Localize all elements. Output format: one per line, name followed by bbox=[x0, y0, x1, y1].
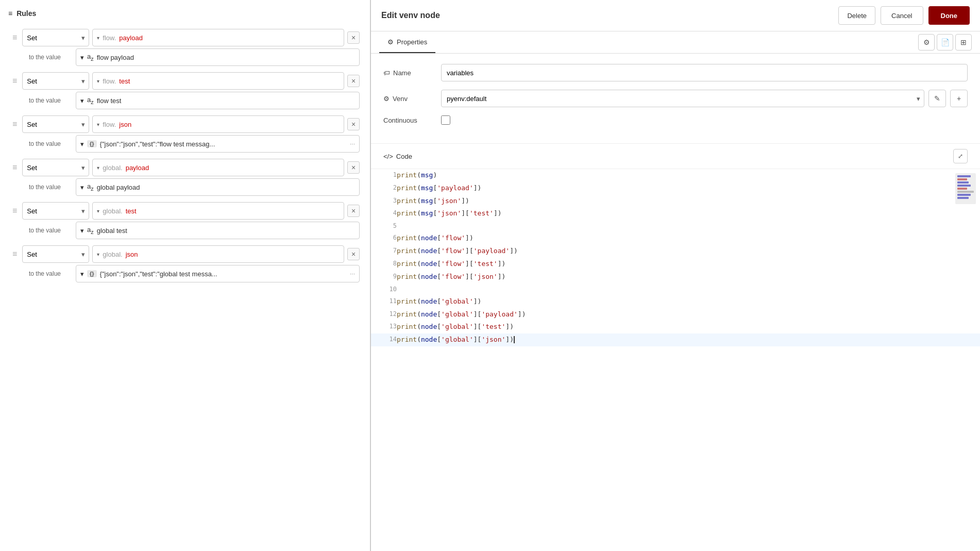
venv-select-wrapper: pyenv:default bbox=[441, 90, 924, 107]
code-header: </> Code ⤢ bbox=[371, 144, 980, 169]
value-arrow-4: ▾ bbox=[80, 183, 84, 191]
done-button[interactable]: Done bbox=[928, 6, 970, 25]
line-number: 5 bbox=[371, 220, 397, 232]
delete-rule-btn-2[interactable]: × bbox=[347, 75, 360, 87]
code-line-row: 2print(msg['payload']) bbox=[371, 182, 980, 195]
value-row-5: to the value▾azglobal test bbox=[29, 222, 360, 239]
line-number: 10 bbox=[371, 283, 397, 295]
json-badge-3: {} bbox=[87, 140, 97, 147]
delete-rule-btn-6[interactable]: × bbox=[347, 248, 360, 260]
rule-row-1: ≡Set▾flow.payload× bbox=[10, 29, 360, 46]
code-line-row: 7print(node['flow']['payload']) bbox=[371, 245, 980, 258]
prop-field-1[interactable]: ▾flow.payload bbox=[92, 29, 344, 46]
drag-handle-2[interactable]: ≡ bbox=[10, 75, 19, 87]
cancel-button[interactable]: Cancel bbox=[881, 6, 923, 25]
venv-add-button[interactable]: + bbox=[950, 90, 968, 107]
value-row-6: to the value▾{}{"json":"json","test":"gl… bbox=[29, 265, 360, 282]
name-row: 🏷 Name bbox=[383, 64, 968, 81]
action-select-wrapper-4: Set bbox=[22, 159, 89, 176]
code-line-row: 4print(msg['json']['test']) bbox=[371, 207, 980, 220]
value-field-2[interactable]: ▾azflow test bbox=[76, 92, 360, 109]
name-input[interactable] bbox=[441, 64, 968, 81]
prop-field-4[interactable]: ▾global.payload bbox=[92, 159, 344, 176]
code-line-row: 10 bbox=[371, 283, 980, 295]
properties-area: 🏷 Name ⚙ Venv pyenv:default ✎ + bbox=[371, 54, 980, 144]
action-select-6[interactable]: Set bbox=[22, 245, 89, 263]
rule-row-5: ≡Set▾global.test× bbox=[10, 202, 360, 220]
value-field-1[interactable]: ▾azflow payload bbox=[76, 48, 360, 66]
value-field-5[interactable]: ▾azglobal test bbox=[76, 222, 360, 239]
action-select-3[interactable]: Set bbox=[22, 115, 89, 133]
properties-tab-label: Properties bbox=[397, 38, 427, 46]
drag-handle-4[interactable]: ≡ bbox=[10, 161, 19, 174]
delete-button[interactable]: Delete bbox=[838, 6, 875, 25]
ellipsis-btn-3[interactable]: ··· bbox=[350, 140, 355, 147]
prop-arrow-4: ▾ bbox=[97, 165, 99, 171]
delete-rule-btn-5[interactable]: × bbox=[347, 205, 360, 217]
venv-wrapper: pyenv:default ✎ + bbox=[441, 90, 968, 107]
action-select-wrapper-3: Set bbox=[22, 115, 89, 133]
line-number: 11 bbox=[371, 295, 397, 308]
drag-handle-3[interactable]: ≡ bbox=[10, 118, 19, 130]
prop-scope-4: global. bbox=[103, 164, 122, 172]
delete-rule-btn-3[interactable]: × bbox=[347, 118, 360, 130]
venv-edit-button[interactable]: ✎ bbox=[928, 90, 946, 107]
drag-handle-6[interactable]: ≡ bbox=[10, 248, 19, 260]
code-editor[interactable]: 1print(msg)2print(msg['payload'])3print(… bbox=[371, 169, 980, 551]
value-field-4[interactable]: ▾azglobal payload bbox=[76, 178, 360, 196]
code-content: print(node['global']['payload']) bbox=[397, 308, 980, 321]
value-text-1: flow payload bbox=[97, 54, 355, 61]
line-number: 7 bbox=[371, 245, 397, 258]
expand-code-button[interactable]: ⤢ bbox=[953, 149, 968, 163]
value-text-2: flow test bbox=[97, 97, 355, 105]
settings-icon-btn[interactable]: ⚙ bbox=[918, 34, 935, 51]
prop-arrow-3: ▾ bbox=[97, 122, 99, 127]
value-text-6: {"json":"json","test":"global test messa… bbox=[100, 270, 347, 278]
grid-icon-btn[interactable]: ⊞ bbox=[955, 34, 972, 51]
venv-select[interactable]: pyenv:default bbox=[441, 90, 924, 107]
action-select-1[interactable]: Set bbox=[22, 29, 89, 46]
prop-field-5[interactable]: ▾global.test bbox=[92, 202, 344, 220]
rules-body: ≡Set▾flow.payload×to the value▾azflow pa… bbox=[0, 24, 370, 288]
value-text-4: global payload bbox=[97, 183, 355, 191]
panel-title: Rules bbox=[16, 9, 36, 18]
rule-row-4: ≡Set▾global.payload× bbox=[10, 159, 360, 176]
delete-rule-btn-4[interactable]: × bbox=[347, 161, 360, 174]
action-select-5[interactable]: Set bbox=[22, 202, 89, 220]
type-badge-4: az bbox=[87, 182, 94, 192]
action-select-4[interactable]: Set bbox=[22, 159, 89, 176]
delete-rule-btn-1[interactable]: × bbox=[347, 31, 360, 44]
value-field-6[interactable]: ▾{}{"json":"json","test":"global test me… bbox=[76, 265, 360, 282]
properties-tab-icon: ⚙ bbox=[387, 38, 394, 46]
code-content: print(node['flow']['test']) bbox=[397, 258, 980, 271]
code-table: 1print(msg)2print(msg['payload'])3print(… bbox=[371, 169, 980, 346]
line-number: 6 bbox=[371, 232, 397, 245]
prop-name-3: json bbox=[119, 121, 131, 128]
prop-field-3[interactable]: ▾flow.json bbox=[92, 115, 344, 133]
to-the-value-label-5: to the value bbox=[29, 227, 73, 234]
prop-scope-5: global. bbox=[103, 207, 122, 215]
venv-icon: ⚙ bbox=[383, 95, 390, 103]
line-number: 12 bbox=[371, 308, 397, 321]
prop-field-2[interactable]: ▾flow.test bbox=[92, 72, 344, 90]
to-the-value-label-6: to the value bbox=[29, 270, 73, 277]
code-line-row: 12print(node['global']['payload']) bbox=[371, 308, 980, 321]
prop-arrow-5: ▾ bbox=[97, 208, 99, 214]
prop-scope-2: flow. bbox=[103, 77, 116, 85]
continuous-checkbox[interactable] bbox=[441, 115, 450, 125]
tab-properties[interactable]: ⚙ Properties bbox=[379, 31, 435, 53]
drag-handle-5[interactable]: ≡ bbox=[10, 205, 19, 217]
value-text-5: global test bbox=[97, 227, 355, 235]
code-line-row: 5 bbox=[371, 220, 980, 232]
action-select-2[interactable]: Set bbox=[22, 72, 89, 90]
value-row-3: to the value▾{}{"json":"json","test":"fl… bbox=[29, 135, 360, 153]
value-field-3[interactable]: ▾{}{"json":"json","test":"flow test mess… bbox=[76, 135, 360, 153]
tab-bar: ⚙ Properties ⚙ 📄 ⊞ bbox=[371, 31, 980, 54]
code-line-row: 13print(node['global']['test']) bbox=[371, 321, 980, 333]
code-content: print(msg['payload']) bbox=[397, 182, 980, 195]
drag-handle-1[interactable]: ≡ bbox=[10, 31, 19, 44]
prop-field-6[interactable]: ▾global.json bbox=[92, 245, 344, 263]
venv-row: ⚙ Venv pyenv:default ✎ + bbox=[383, 90, 968, 107]
ellipsis-btn-6[interactable]: ··· bbox=[350, 270, 355, 277]
doc-icon-btn[interactable]: 📄 bbox=[937, 34, 953, 51]
